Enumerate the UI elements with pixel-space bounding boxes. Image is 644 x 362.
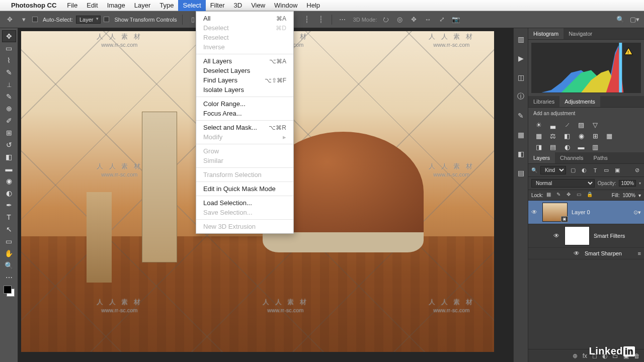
- shape-tool[interactable]: ▭: [2, 235, 16, 247]
- tab-paths[interactable]: Paths: [589, 152, 613, 163]
- menu-help[interactable]: Help: [302, 0, 325, 11]
- menu-select[interactable]: Select: [178, 0, 205, 11]
- workspace-icon[interactable]: ▢▾: [629, 14, 640, 25]
- filter-pixel-icon[interactable]: ▢: [569, 166, 577, 174]
- marquee-tool[interactable]: ▭: [2, 42, 16, 54]
- filter-type-icon[interactable]: T: [591, 166, 599, 174]
- 3d-slide-icon[interactable]: ↔: [422, 14, 433, 25]
- menu-item-find-layers[interactable]: Find Layers⌥⇧⌘F: [196, 75, 293, 85]
- tab-channels[interactable]: Channels: [555, 152, 588, 163]
- actions-panel-icon[interactable]: ▶: [516, 53, 526, 63]
- tab-libraries[interactable]: Libraries: [528, 96, 559, 107]
- properties-panel-icon[interactable]: ◫: [516, 72, 526, 82]
- menu-item-all-layers[interactable]: All Layers⌥⌘A: [196, 56, 293, 66]
- smart-sharpen-row[interactable]: 👁 Smart Sharpen ≡: [528, 248, 644, 259]
- swatches-panel-icon[interactable]: ▦: [516, 130, 526, 140]
- paragraph-panel-icon[interactable]: ▤: [516, 168, 526, 178]
- filter-smart-icon[interactable]: ▣: [613, 166, 621, 174]
- adj-lookup-icon[interactable]: ▦: [605, 131, 614, 140]
- type-tool[interactable]: T: [2, 211, 16, 223]
- menu-type[interactable]: Type: [155, 0, 178, 11]
- tab-layers[interactable]: Layers: [528, 152, 555, 163]
- fx-icon[interactable]: fx: [583, 352, 587, 359]
- filter-adj-icon[interactable]: ◐: [580, 166, 588, 174]
- hand-tool[interactable]: ✋: [2, 247, 16, 259]
- search-icon[interactable]: 🔍: [615, 14, 626, 25]
- layer-filter-kind[interactable]: Kind: [540, 166, 566, 174]
- adj-selective-icon[interactable]: ▥: [591, 142, 600, 151]
- menu-3d[interactable]: 3D: [229, 0, 247, 11]
- layer-thumb[interactable]: ▣: [542, 203, 568, 222]
- adj-hue-icon[interactable]: ▦: [534, 131, 543, 140]
- menu-item-isolate-layers[interactable]: Isolate Layers: [196, 85, 293, 95]
- adj-vibrance-icon[interactable]: ▽: [591, 120, 600, 129]
- menu-file[interactable]: File: [62, 0, 82, 11]
- menu-item-color-range-[interactable]: Color Range...: [196, 99, 293, 109]
- opacity-dropdown-icon[interactable]: ▾: [639, 181, 641, 186]
- 3d-roll-icon[interactable]: ◎: [394, 14, 405, 25]
- tab-navigator[interactable]: Navigator: [564, 28, 597, 39]
- lock-image-icon[interactable]: ✎: [556, 192, 564, 199]
- adj-balance-icon[interactable]: ⚖: [548, 131, 557, 140]
- color-swatch[interactable]: [4, 286, 15, 297]
- crop-tool[interactable]: ⟂: [2, 78, 16, 90]
- distribute-v-icon[interactable]: ┆: [301, 14, 312, 25]
- smart-filters-row[interactable]: 👁 Smart Filters: [528, 224, 644, 248]
- path-tool[interactable]: ↖: [2, 223, 16, 235]
- menu-view[interactable]: View: [247, 0, 270, 11]
- pen-tool[interactable]: ✒: [2, 199, 16, 211]
- auto-select-checkbox[interactable]: [32, 17, 38, 22]
- menu-image[interactable]: Image: [103, 0, 130, 11]
- zoom-tool[interactable]: 🔍: [2, 259, 16, 272]
- info-panel-icon[interactable]: ⓘ: [516, 92, 526, 102]
- fill-dropdown-icon[interactable]: ▾: [638, 193, 641, 198]
- adj-threshold-icon[interactable]: ◐: [562, 142, 572, 151]
- lock-artboard-icon[interactable]: ▭: [577, 192, 584, 199]
- gradient-tool[interactable]: ▬: [2, 163, 16, 175]
- smart-sharpen-label[interactable]: Smart Sharpen: [585, 250, 622, 256]
- dodge-tool[interactable]: ◐: [2, 187, 16, 199]
- adj-photo-icon[interactable]: ◉: [577, 131, 586, 140]
- tab-adjustments[interactable]: Adjustments: [559, 96, 600, 107]
- adj-bw-icon[interactable]: ◧: [562, 131, 572, 140]
- menu-item-focus-area-[interactable]: Focus Area...: [196, 109, 293, 118]
- lock-all-icon[interactable]: 🔒: [587, 192, 594, 199]
- auto-select-dropdown[interactable]: Layer: [76, 16, 101, 24]
- 3d-camera-icon[interactable]: 📷: [450, 14, 461, 25]
- move-tool[interactable]: ✥: [2, 30, 16, 42]
- adj-curves-icon[interactable]: ⟋: [562, 120, 572, 129]
- blend-mode-select[interactable]: Normal: [531, 179, 595, 188]
- link-layers-icon[interactable]: ⊕: [573, 352, 578, 359]
- adj-brightness-icon[interactable]: ☀: [534, 120, 543, 129]
- menu-item-load-selection-[interactable]: Load Selection...: [196, 198, 293, 208]
- fill-value[interactable]: 100%: [622, 193, 635, 198]
- opacity-value[interactable]: 100%: [619, 180, 636, 187]
- menu-filter[interactable]: Filter: [206, 0, 229, 11]
- menu-item-deselect-layers[interactable]: Deselect Layers: [196, 66, 293, 75]
- menu-item-edit-in-quick-mask-mode[interactable]: Edit in Quick Mask Mode: [196, 184, 293, 194]
- eraser-tool[interactable]: ◧: [2, 151, 16, 163]
- tab-histogram[interactable]: Histogram: [528, 28, 564, 39]
- visibility-icon[interactable]: 👁: [553, 232, 560, 239]
- color-panel-icon[interactable]: ◧: [516, 149, 526, 159]
- healing-tool[interactable]: ⊕: [2, 103, 16, 115]
- adj-posterize-icon[interactable]: ▤: [548, 142, 557, 151]
- filter-shape-icon[interactable]: ▭: [602, 166, 610, 174]
- filter-mask-thumb[interactable]: [565, 226, 590, 245]
- edit-toolbar[interactable]: ⋯: [2, 272, 16, 284]
- history-brush-tool[interactable]: ↺: [2, 139, 16, 151]
- visibility-icon[interactable]: 👁: [531, 209, 538, 216]
- layer-row-0[interactable]: 👁 ▣ Layer 0 ⊙▾: [528, 201, 644, 224]
- filter-toggle-icon[interactable]: ⊘: [633, 166, 641, 174]
- stamp-tool[interactable]: ⊞: [2, 127, 16, 139]
- show-transform-checkbox[interactable]: [104, 17, 109, 22]
- blur-tool[interactable]: ◉: [2, 175, 16, 187]
- menu-layer[interactable]: Layer: [130, 0, 155, 11]
- adj-mixer-icon[interactable]: ⊞: [591, 131, 600, 140]
- brush-panel-icon[interactable]: ✎: [516, 111, 526, 121]
- history-panel-icon[interactable]: ▥: [516, 34, 526, 44]
- lasso-tool[interactable]: ⌇: [2, 54, 16, 66]
- adj-levels-icon[interactable]: ▃: [548, 120, 557, 129]
- lock-trans-icon[interactable]: ▦: [546, 192, 553, 199]
- layer-link-icon[interactable]: ⊙▾: [633, 209, 641, 216]
